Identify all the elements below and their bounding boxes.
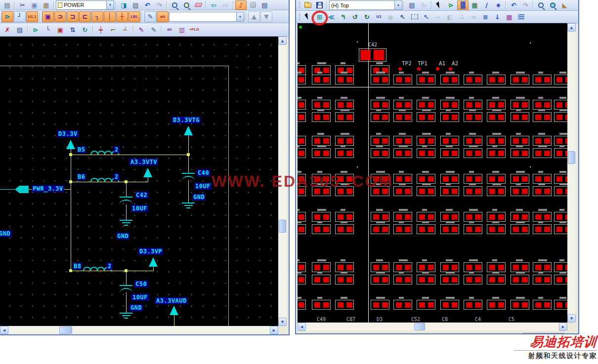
gnd-symbol[interactable] [182, 202, 195, 203]
net-label[interactable]: D3.3VTG [172, 117, 201, 123]
pcb-component[interactable] [554, 275, 567, 284]
pcb-component[interactable] [533, 75, 552, 84]
schematic-vertical-scrollbar[interactable]: ▲ ▼ [278, 37, 287, 326]
pcb-component[interactable] [335, 112, 354, 122]
pcb-pad[interactable] [360, 50, 371, 60]
pcb-component[interactable] [312, 100, 331, 110]
pcb-component[interactable] [393, 224, 412, 234]
sch-find-text[interactable]: ▼ [169, 12, 244, 22]
net-label[interactable]: B8 [73, 263, 82, 270]
pcb-component[interactable] [554, 300, 567, 310]
rotate-frame-button[interactable]: ↻ [361, 12, 373, 22]
draw-line-button[interactable]: ✎ [144, 11, 156, 22]
pcb-component[interactable] [487, 212, 506, 222]
pcb-component[interactable] [511, 174, 529, 184]
pcb-component[interactable] [312, 174, 331, 184]
pcb-component[interactable] [440, 212, 459, 222]
edit-text-button[interactable]: ✎ [135, 24, 147, 35]
place-junction-button[interactable]: ┼ [116, 11, 128, 22]
pcb-component[interactable] [335, 100, 354, 110]
scroll-up-icon[interactable]: ▲ [567, 23, 576, 32]
scroll-down-icon[interactable]: ▼ [278, 318, 287, 326]
erase-button[interactable] [193, 0, 204, 10]
pcb-component[interactable] [298, 148, 306, 158]
pcb-component[interactable] [554, 100, 567, 110]
power-port-arrow[interactable] [66, 140, 75, 149]
drop-point-button[interactable]: ↓ [492, 12, 503, 22]
pcb-component[interactable] [393, 75, 412, 84]
gnd-symbol[interactable] [186, 207, 190, 208]
pcb-component[interactable] [298, 100, 306, 110]
pcb-component[interactable] [371, 65, 389, 75]
net-label[interactable]: C40 [197, 169, 210, 176]
redo-button[interactable]: ↷ [154, 0, 165, 10]
undo-button[interactable]: ↶ [508, 0, 519, 10]
power-port-arrow[interactable] [184, 126, 193, 135]
pcb-component[interactable] [464, 186, 482, 196]
arc-edit-button[interactable]: ∼ [432, 12, 444, 22]
zoom-button[interactable] [535, 0, 547, 10]
select-corner-button[interactable]: ↖ [397, 12, 408, 22]
pcb-component[interactable] [464, 174, 482, 184]
net-label[interactable]: D3.3V [57, 130, 79, 137]
scroll-down-icon[interactable]: ▼ [567, 314, 576, 323]
scroll-thumb[interactable] [59, 326, 72, 334]
place-part-button[interactable]: ⊳ [1, 11, 13, 22]
pcb-component[interactable] [298, 174, 306, 184]
pcb-component[interactable] [440, 112, 459, 122]
place-label-button[interactable]: LBL [128, 11, 140, 22]
ratsnest-button[interactable]: ∗ [493, 0, 504, 10]
cleanup-button[interactable]: ◣ [559, 0, 570, 10]
pcb-component[interactable] [464, 100, 482, 110]
swap-gates-button[interactable]: ⇅ [67, 24, 79, 35]
place-pin-button[interactable]: U1.1 [26, 11, 38, 22]
pcb-component[interactable] [298, 300, 306, 310]
net-label[interactable]: A3.3VAUD [155, 297, 188, 304]
rotate-ccw-button[interactable]: ↺ [349, 12, 361, 22]
place-text-button[interactable]: ab [157, 11, 169, 22]
pcb-component[interactable] [554, 174, 567, 184]
power-port-arrow[interactable] [143, 168, 152, 177]
pcb-component[interactable] [440, 300, 459, 310]
pcb-component[interactable] [554, 186, 567, 196]
select-document-button[interactable]: ◨ [118, 0, 129, 10]
chevron-down-icon[interactable]: ▼ [106, 1, 114, 9]
pcb-component[interactable] [312, 186, 331, 196]
pcb-component[interactable] [511, 75, 529, 84]
pcb-component[interactable] [312, 275, 331, 284]
net-label[interactable]: C42 [135, 192, 148, 199]
pcb-component[interactable] [417, 148, 435, 158]
pcb-component[interactable] [371, 148, 389, 158]
pcb-canvas[interactable]: C42TP2TP1A1A2C49C87D3C52C8C4C5 [298, 23, 567, 323]
pcb-component[interactable] [335, 300, 354, 310]
pcb-component[interactable] [371, 262, 389, 272]
scroll-thumb[interactable] [414, 323, 425, 330]
net-label[interactable]: 2 [114, 146, 120, 153]
pcb-component[interactable] [371, 75, 389, 84]
pcb-component[interactable] [417, 186, 435, 196]
pcb-component[interactable] [533, 300, 552, 310]
capacitor-symbol[interactable] [182, 176, 195, 181]
pcb-component[interactable] [511, 112, 529, 122]
testpoint-pad[interactable] [436, 67, 439, 71]
navigate-forward-button[interactable]: ⇨ [220, 0, 231, 10]
place-gate-pins-button[interactable]: ⊏ [79, 11, 91, 22]
add-net-label-button[interactable]: ┵ [120, 24, 131, 35]
net-label[interactable]: C50 [134, 281, 148, 287]
spread-components-button[interactable]: ↰ [338, 12, 349, 22]
place-gate-button[interactable]: ⊃ [54, 11, 66, 22]
pcb-component[interactable] [440, 262, 459, 272]
scatter-button[interactable]: ∴ [456, 12, 468, 22]
refresh-button[interactable]: ↻ [418, 0, 429, 10]
zoom-button[interactable] [169, 0, 180, 10]
pcb-layer-selector[interactable]: (H) Top▼ [329, 0, 402, 10]
pcb-component[interactable] [440, 148, 459, 158]
pcb-component[interactable] [440, 174, 459, 184]
add-wire-button[interactable]: └ [42, 24, 54, 35]
pcb-component[interactable] [487, 75, 506, 84]
color-setup-button[interactable]: ▩ [504, 12, 515, 22]
pcb-component[interactable] [312, 75, 331, 84]
pcb-component[interactable] [464, 148, 482, 158]
pcb-component[interactable] [554, 148, 567, 158]
testpoint-pad[interactable] [449, 67, 452, 71]
